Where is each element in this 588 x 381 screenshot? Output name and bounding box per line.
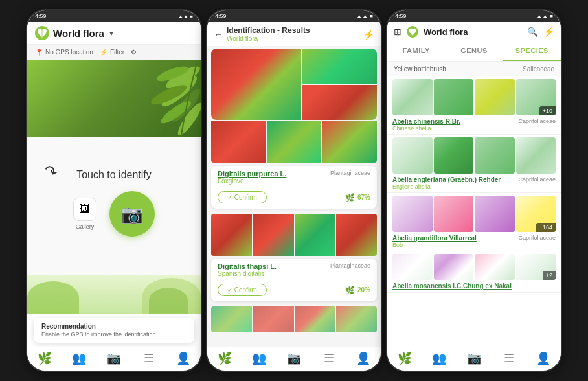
gps-label: No GPS location <box>45 49 93 56</box>
result2-image-4 <box>336 214 377 256</box>
sp4-img-3 <box>475 254 515 280</box>
taxonomy-tabs: FAMILY GENUS SPECIES <box>387 41 561 62</box>
species4-count-badge: +2 <box>543 271 556 280</box>
status-icons-3: ▲▲ ■ <box>536 13 553 19</box>
result2-info: Digitalis thapsi L. Spanish digitalis Pl… <box>211 259 377 281</box>
phone2: 4:59 ▲▲ ■ ← Identification - Results Wor… <box>206 9 382 372</box>
tab-family[interactable]: FAMILY <box>387 41 445 61</box>
settings-button[interactable]: ⚙ <box>131 49 137 56</box>
touch-to-identify-label: Touch to identify <box>76 169 152 180</box>
result2-confirm-button[interactable]: ✓ Confirm <box>218 284 267 296</box>
result1-common-name: Foxglove <box>218 178 286 185</box>
species3-count-badge: +164 <box>536 223 556 232</box>
species3-info: Abelia grandiflora Villarreal Bob Caprif… <box>392 235 556 248</box>
recommendation-text: Enable the GPS to improve the identifica… <box>41 331 187 338</box>
result-card-1: Digitalis purpurea L. Foxglove Plantagin… <box>211 166 377 209</box>
world-flora-logo <box>35 26 49 40</box>
sp2-img-3 <box>475 137 515 174</box>
nav3-social[interactable]: 👥 <box>422 351 457 365</box>
species2-name[interactable]: Abelia engleriana (Graebn.) Rehder <box>392 176 501 183</box>
gps-button[interactable]: 📍 No GPS location <box>35 49 93 56</box>
species3-name[interactable]: Abelia grandiflora Villarreal <box>392 235 477 242</box>
nav3-profile[interactable]: 👤 <box>526 351 561 365</box>
hero-background <box>27 60 201 137</box>
result1-image-4 <box>267 121 322 163</box>
nav-menu[interactable]: ☰ <box>131 351 166 365</box>
nav-social[interactable]: 👥 <box>62 351 97 365</box>
gallery-icon: 🖼 <box>73 198 96 221</box>
result3-image-1 <box>211 306 252 332</box>
result2-confidence-value: 20% <box>357 286 370 294</box>
species2-info: Abelia engleriana (Graebn.) Rehder Engle… <box>392 176 556 190</box>
result2-image-1 <box>211 214 252 256</box>
arrow-decoration: ↷ <box>41 161 60 182</box>
gallery-button[interactable]: 🖼 Gallery <box>73 198 96 230</box>
nav3-camera[interactable]: 📷 <box>457 351 492 365</box>
sp1-img-3 <box>475 79 515 115</box>
fern-decoration <box>120 60 201 137</box>
phones-container: 4:59 ▲▲ ■ World flora ▼ 📍 No GPS locatio… <box>19 3 569 378</box>
gps-icon: 📍 <box>35 49 43 56</box>
result2-image-3 <box>295 214 335 256</box>
leaf-1 <box>27 281 79 314</box>
results-filter-icon[interactable]: ⚡ <box>363 29 374 40</box>
result1-actions: ✓ Confirm 🌿 67% <box>211 189 377 209</box>
settings-icon: ⚙ <box>131 49 137 56</box>
nav2-plants[interactable]: 🌿 <box>207 351 242 365</box>
nav-camera[interactable]: 📷 <box>96 351 131 365</box>
world-flora-logo-3 <box>407 26 418 38</box>
results-scroll-area: Digitalis purpurea L. Foxglove Plantagin… <box>207 46 381 347</box>
grid-view-icon[interactable]: ⊞ <box>394 27 401 37</box>
status-icons-2: ▲▲ ■ <box>356 13 373 19</box>
status-time-2: 4:59 <box>215 13 227 19</box>
nav-profile[interactable]: 👤 <box>166 351 201 365</box>
species-filter-family: Salicaceae <box>523 65 554 73</box>
species-item-3: +164 Abelia grandiflora Villarreal Bob C… <box>387 193 561 251</box>
tab-genus[interactable]: GENUS <box>445 41 503 61</box>
results-title: Identification - Results <box>227 26 359 35</box>
camera-identify-button[interactable]: 📷 <box>109 191 155 237</box>
filter-label: Filter <box>110 49 124 56</box>
nav2-camera[interactable]: 📷 <box>277 351 311 365</box>
result1-confirm-button[interactable]: ✓ Confirm <box>218 191 267 203</box>
back-button[interactable]: ← <box>214 29 223 40</box>
species-filter-icon[interactable]: ⚡ <box>543 27 554 37</box>
status-bar-2: 4:59 ▲▲ ■ <box>207 10 381 22</box>
phone1-header: World flora ▼ <box>27 22 201 45</box>
species-item-2: Abelia engleriana (Graebn.) Rehder Engle… <box>387 135 561 193</box>
status-icons-1: ▲▲ ■ <box>178 14 193 19</box>
filter-button[interactable]: ⚡ Filter <box>100 49 124 56</box>
header-title-area: Identification - Results World flora <box>227 26 359 42</box>
phone1-hero-image <box>27 60 201 137</box>
result3-image-4 <box>336 306 377 332</box>
sp2-img-4 <box>516 137 556 174</box>
nav3-plants[interactable]: 🌿 <box>387 351 422 365</box>
results-subtitle: World flora <box>227 35 359 42</box>
camera-controls: 🖼 Gallery 📷 <box>73 191 155 237</box>
nav2-social[interactable]: 👥 <box>242 351 277 365</box>
species-header: Yellow bottlebrush Salicaceae <box>387 62 561 76</box>
phone3: 4:59 ▲▲ ■ ⊞ World flora 🔍 ⚡ FAMILY GENUS… <box>386 9 562 372</box>
nav3-menu[interactable]: ☰ <box>492 351 526 365</box>
result2-common-name: Spanish digitalis <box>218 270 277 277</box>
status-bar-1: 4:59 ▲▲ ■ <box>27 10 201 22</box>
species2-images <box>392 137 556 174</box>
result3-image-3 <box>295 306 335 332</box>
nav2-profile[interactable]: 👤 <box>346 351 381 365</box>
tab-species[interactable]: SPECIES <box>503 41 561 61</box>
species4-name[interactable]: Abelia mosanensis I.C.Chung ex Nakai <box>392 283 512 290</box>
sp4-img-1 <box>392 254 433 280</box>
identify-area: ↷ Touch to identify 🖼 Gallery 📷 <box>27 137 201 275</box>
phone1-dropdown[interactable]: ▼ <box>108 30 115 37</box>
phone1-app-title: World flora <box>53 28 104 39</box>
phone1: 4:59 ▲▲ ■ World flora ▼ 📍 No GPS locatio… <box>26 9 202 372</box>
species1-count-badge: +10 <box>539 106 556 115</box>
nav-plants[interactable]: 🌿 <box>27 351 62 365</box>
bottom-navigation-3: 🌿 👥 📷 ☰ 👤 <box>387 347 561 371</box>
nav2-menu[interactable]: ☰ <box>311 351 346 365</box>
species3-common: Bob <box>392 242 477 248</box>
species4-info: Abelia mosanensis I.C.Chung ex Nakai <box>392 283 556 290</box>
phone1-controls: 📍 No GPS location ⚡ Filter ⚙ <box>27 45 201 60</box>
species1-name[interactable]: Abelia chinensis R.Br. <box>392 118 460 125</box>
search-icon[interactable]: 🔍 <box>527 27 538 37</box>
